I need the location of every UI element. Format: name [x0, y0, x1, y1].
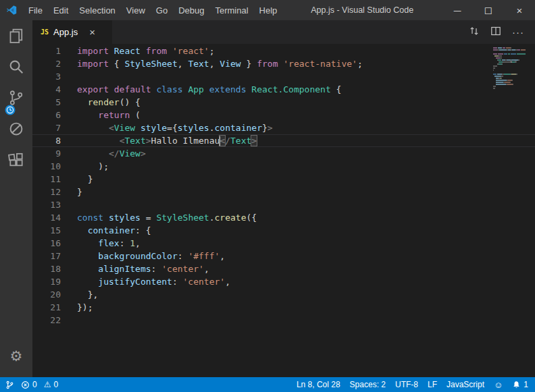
cursor-position[interactable]: Ln 8, Col 28 — [297, 380, 340, 389]
code-line-22[interactable]: 22 — [32, 314, 535, 327]
more-actions-icon[interactable]: ··· — [512, 29, 524, 36]
code-text: }, — [61, 288, 98, 301]
tab-close-icon[interactable]: × — [89, 26, 95, 38]
line-number: 20 — [32, 288, 61, 301]
line-number: 21 — [32, 301, 61, 314]
code-line-5[interactable]: 5 render() { — [32, 96, 535, 109]
code-text: </View> — [61, 147, 146, 160]
warning-icon: ⚠ — [44, 380, 51, 389]
code-text: } — [61, 173, 93, 186]
line-number: 5 — [32, 96, 61, 109]
split-editor-icon[interactable] — [490, 26, 501, 39]
maximize-button[interactable]: ◻ — [473, 0, 504, 20]
line-number: 6 — [32, 109, 61, 121]
code-line-15[interactable]: 15 container: { — [32, 224, 535, 237]
indentation[interactable]: Spaces: 2 — [350, 380, 386, 389]
code-line-7[interactable]: 7 <View style={styles.container}> — [32, 121, 535, 134]
code-line-11[interactable]: 11 } — [32, 173, 535, 186]
explorer-icon[interactable] — [0, 20, 32, 51]
code-line-20[interactable]: 20 }, — [32, 288, 535, 301]
javascript-file-icon: JS — [41, 28, 49, 36]
code-line-18[interactable]: 18 alignItems: 'center', — [32, 262, 535, 275]
debug-icon[interactable] — [0, 113, 32, 144]
code-line-8[interactable]: 8 <Text>Hallo Ilmenau</Text> — [32, 134, 535, 147]
source-control-icon[interactable] — [0, 82, 32, 113]
code-line-13[interactable]: 13 — [32, 198, 535, 211]
minimap[interactable] — [493, 47, 526, 91]
line-number: 18 — [32, 262, 61, 275]
code-line-12[interactable]: 12} — [32, 186, 535, 198]
code-line-1[interactable]: 1import React from 'react'; — [32, 45, 535, 57]
menu-item-edit[interactable]: Edit — [48, 0, 74, 20]
notification-count: 1 — [524, 380, 528, 389]
code-line-10[interactable]: 10 ); — [32, 160, 535, 173]
extensions-icon[interactable] — [0, 144, 32, 175]
minimize-button[interactable]: ─ — [442, 0, 473, 20]
compare-changes-icon[interactable] — [469, 26, 480, 39]
code-line-4[interactable]: 4export default class App extends React.… — [32, 83, 535, 96]
code-line-21[interactable]: 21}); — [32, 301, 535, 314]
vertical-scrollbar[interactable] — [526, 44, 535, 377]
code-text: backgroundColor: '#fff', — [61, 250, 225, 262]
window-title: App.js - Visual Studio Code — [282, 0, 442, 20]
line-number: 16 — [32, 237, 61, 250]
code-line-9[interactable]: 9 </View> — [32, 147, 535, 160]
search-icon[interactable] — [0, 51, 32, 82]
code-text: import React from 'react'; — [61, 45, 215, 57]
code-line-6[interactable]: 6 return ( — [32, 109, 535, 121]
line-number: 8 — [32, 134, 61, 147]
code-text: container: { — [61, 224, 151, 237]
menu-item-selection[interactable]: Selection — [74, 0, 120, 20]
menubar: FileEditSelectionViewGoDebugTerminalHelp — [23, 0, 282, 20]
line-number: 22 — [32, 314, 61, 327]
menu-item-file[interactable]: File — [23, 0, 48, 20]
code-line-3[interactable]: 3 — [32, 70, 535, 83]
tab-label: App.js — [53, 27, 78, 37]
code-text: ); — [61, 160, 109, 173]
window-controls: ─ ◻ × — [442, 0, 535, 20]
code-text: import { StyleSheet, Text, View } from '… — [61, 57, 363, 70]
language-mode[interactable]: JavaScript — [447, 380, 484, 389]
code-line-17[interactable]: 17 backgroundColor: '#fff', — [32, 250, 535, 262]
tab-appjs[interactable]: JS App.js × — [32, 20, 112, 44]
menu-item-view[interactable]: View — [121, 0, 151, 20]
menu-item-go[interactable]: Go — [151, 0, 173, 20]
code-text: export default class App extends React.C… — [61, 83, 341, 96]
warning-count[interactable]: ⚠ 0 — [44, 380, 58, 389]
code-text: alignItems: 'center', — [61, 262, 209, 275]
notifications-bell[interactable]: 1 — [512, 380, 528, 389]
line-number: 7 — [32, 121, 61, 134]
encoding[interactable]: UTF-8 — [395, 380, 418, 389]
code-text: flex: 1, — [61, 237, 141, 250]
menu-item-debug[interactable]: Debug — [173, 0, 209, 20]
editor-actions: ··· — [469, 20, 535, 44]
code-line-14[interactable]: 14const styles = StyleSheet.create({ — [32, 211, 535, 224]
code-text: justifyContent: 'center', — [61, 275, 230, 288]
vscode-logo-icon — [0, 0, 23, 20]
code-text: <View style={styles.container}> — [61, 121, 273, 134]
code-text — [61, 70, 77, 83]
eol-sequence[interactable]: LF — [428, 380, 437, 389]
error-count[interactable]: 0 — [21, 380, 37, 389]
line-number: 11 — [32, 173, 61, 186]
line-number: 12 — [32, 186, 61, 198]
line-number: 13 — [32, 198, 61, 211]
line-number: 1 — [32, 45, 61, 57]
close-button[interactable]: × — [504, 0, 535, 20]
code-line-2[interactable]: 2import { StyleSheet, Text, View } from … — [32, 57, 535, 70]
code-line-19[interactable]: 19 justifyContent: 'center', — [32, 275, 535, 288]
code-line-16[interactable]: 16 flex: 1, — [32, 237, 535, 250]
code-text: <Text>Hallo Ilmenau</Text> — [61, 134, 257, 147]
code-text — [61, 198, 77, 211]
settings-gear-icon[interactable]: ⚙ — [0, 341, 32, 372]
menu-item-terminal[interactable]: Terminal — [209, 0, 253, 20]
editor-group: JS App.js × ··· — [32, 20, 535, 377]
feedback-smiley-icon[interactable]: ☺ — [494, 381, 503, 389]
code-text: }); — [61, 301, 93, 314]
git-branch-icon[interactable] — [5, 381, 14, 389]
line-number: 2 — [32, 57, 61, 70]
code-text: const styles = StyleSheet.create({ — [61, 211, 257, 224]
line-number: 19 — [32, 275, 61, 288]
menu-item-help[interactable]: Help — [254, 0, 283, 20]
editor[interactable]: 1import React from 'react';2import { Sty… — [32, 44, 535, 377]
